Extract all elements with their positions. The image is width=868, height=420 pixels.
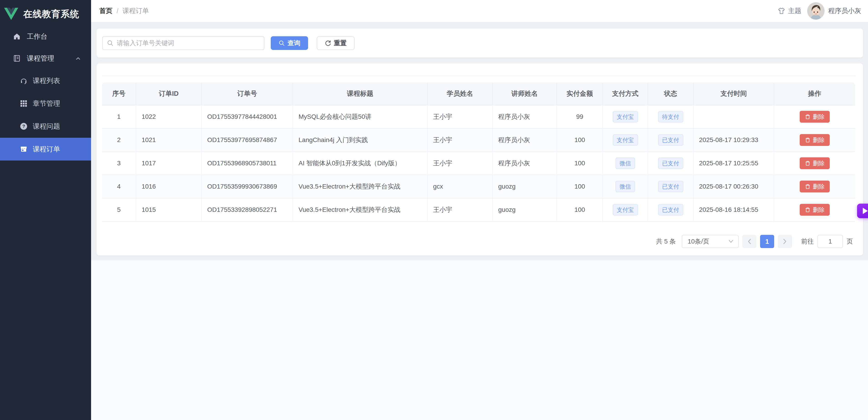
breadcrumb-home-link[interactable]: 首页 xyxy=(99,6,113,16)
svg-text:?: ? xyxy=(22,124,25,129)
sidebar: 在线教育系统 工作台 课程管理 xyxy=(0,0,91,420)
next-page-button[interactable] xyxy=(778,235,792,248)
cell-student: 王小宇 xyxy=(428,105,493,129)
query-button[interactable]: 查询 xyxy=(271,36,308,50)
content-area: 查询 重置 xyxy=(91,22,868,260)
sidebar-item-label: 章节管理 xyxy=(33,99,60,108)
cell-order-id: 1016 xyxy=(136,175,202,198)
search-input[interactable] xyxy=(117,39,260,47)
app-title: 在线教育系统 xyxy=(23,8,79,20)
delete-button[interactable]: 删除 xyxy=(800,157,830,169)
order-search-field xyxy=(102,36,265,50)
cell-amount: 100 xyxy=(557,175,603,198)
cell-order-id: 1022 xyxy=(136,105,202,129)
cell-student: 王小宇 xyxy=(428,198,493,222)
breadcrumb: 首页 / 课程订单 xyxy=(99,6,149,16)
vue-logo-icon xyxy=(4,8,18,20)
sidebar-item-course-questions[interactable]: ? 课程问题 xyxy=(0,115,91,138)
cell-pay-time: 2025-08-17 10:25:55 xyxy=(693,152,774,175)
cell-amount: 100 xyxy=(557,198,603,222)
cell-status: 已支付 xyxy=(648,198,693,222)
pay-method-tag: 支付宝 xyxy=(613,204,638,216)
sidebar-item-course-list[interactable]: 课程列表 xyxy=(0,69,91,92)
delete-button[interactable]: 删除 xyxy=(800,204,830,216)
sidebar-item-chapter-management[interactable]: 章节管理 xyxy=(0,92,91,115)
chevron-down-icon xyxy=(728,240,734,243)
trash-icon xyxy=(805,160,811,166)
cell-index: 2 xyxy=(102,129,136,152)
cell-student: gcx xyxy=(428,175,493,198)
tshirt-theme-icon xyxy=(778,7,785,15)
cell-student: 王小宇 xyxy=(428,129,493,152)
cell-status: 已支付 xyxy=(648,175,693,198)
col-header-order-no: 订单号 xyxy=(202,83,293,105)
app-logo-row: 在线教育系统 xyxy=(0,0,91,22)
delete-button-label: 删除 xyxy=(813,206,825,214)
chevron-left-icon xyxy=(748,239,751,245)
sidebar-item-label: 课程订单 xyxy=(33,145,60,154)
cell-amount: 100 xyxy=(557,129,603,152)
topbar-right: 主题 程序员小灰 xyxy=(778,2,861,20)
delete-button[interactable]: 删除 xyxy=(800,180,830,192)
cell-order-id: 1021 xyxy=(136,129,202,152)
col-header-status: 状态 xyxy=(648,83,693,105)
theme-label: 主题 xyxy=(788,6,801,16)
table-row: 4 1016 OD17553599930673869 Vue3.5+Electr… xyxy=(102,175,855,198)
floating-play-button[interactable] xyxy=(857,204,868,218)
col-header-order-id: 订单ID xyxy=(136,83,202,105)
user-avatar[interactable] xyxy=(807,2,825,20)
topbar: 首页 / 课程订单 主题 xyxy=(91,0,868,22)
reset-button-label: 重置 xyxy=(334,39,347,48)
page-unit-label: 页 xyxy=(846,237,853,246)
table-row: 1 1022 OD17553977844428001 MySQL必会核心问题50… xyxy=(102,105,855,129)
reset-button[interactable]: 重置 xyxy=(317,36,354,50)
goto-label: 前往 xyxy=(801,237,814,246)
theme-button[interactable]: 主题 xyxy=(778,6,801,16)
trash-icon xyxy=(805,207,811,213)
delete-button[interactable]: 删除 xyxy=(800,111,830,123)
sidebar-item-course-orders[interactable]: 课程订单 xyxy=(0,138,91,161)
cell-amount: 100 xyxy=(557,152,603,175)
page-size-select[interactable]: 10条/页 xyxy=(682,235,739,248)
pay-method-tag: 微信 xyxy=(616,158,635,169)
col-header-actions: 操作 xyxy=(774,83,855,105)
cell-course-title: Vue3.5+Electron+大模型跨平台实战 xyxy=(293,198,428,222)
home-icon xyxy=(13,32,21,40)
cell-order-id: 1015 xyxy=(136,198,202,222)
goto-page-input[interactable] xyxy=(817,235,843,248)
pagination-total: 共 5 条 xyxy=(656,237,676,246)
breadcrumb-current: 课程订单 xyxy=(123,6,149,16)
cell-pay-method: 支付宝 xyxy=(603,129,648,152)
search-card: 查询 重置 xyxy=(97,28,863,57)
cell-order-no: OD17553968905738011 xyxy=(202,152,293,175)
page-number-1[interactable]: 1 xyxy=(760,235,774,248)
delete-button-label: 删除 xyxy=(813,159,825,167)
cell-actions: 删除 xyxy=(774,175,855,198)
table-row: 5 1015 OD17553392898052271 Vue3.5+Electr… xyxy=(102,198,855,222)
username: 程序员小灰 xyxy=(828,6,861,16)
cell-pay-time: 2025-08-16 18:14:55 xyxy=(693,198,774,222)
caret-up-icon xyxy=(75,56,81,61)
prev-page-button[interactable] xyxy=(742,235,756,248)
chevron-right-icon xyxy=(783,239,787,245)
cell-index: 5 xyxy=(102,198,136,222)
delete-button[interactable]: 删除 xyxy=(800,134,830,146)
sidebar-item-label: 课程问题 xyxy=(33,122,60,131)
sidebar-item-course-management[interactable]: 课程管理 xyxy=(0,48,91,69)
cell-pay-time: 2025-08-17 10:29:33 xyxy=(693,129,774,152)
cell-order-no: OD17553977844428001 xyxy=(202,105,293,129)
cell-actions: 删除 xyxy=(774,129,855,152)
table-row: 3 1017 OD17553968905738011 AI 智能体从0到1开发实… xyxy=(102,152,855,175)
trash-icon xyxy=(805,137,811,143)
col-header-course-title: 课程标题 xyxy=(293,83,428,105)
cell-pay-method: 支付宝 xyxy=(603,105,648,129)
orders-card: 序号 订单ID 订单号 课程标题 学员姓名 讲师姓名 实付金额 支付方式 状态 … xyxy=(97,63,863,255)
sidebar-item-workbench[interactable]: 工作台 xyxy=(0,26,91,48)
sidebar-menu: 工作台 课程管理 课程列表 xyxy=(0,26,91,161)
book-icon xyxy=(13,54,21,62)
col-header-pay-time: 支付时间 xyxy=(693,83,774,105)
cell-actions: 删除 xyxy=(774,105,855,129)
cell-student: 王小宇 xyxy=(428,152,493,175)
orders-table: 序号 订单ID 订单号 课程标题 学员姓名 讲师姓名 实付金额 支付方式 状态 … xyxy=(102,83,855,222)
cell-pay-time xyxy=(693,105,774,129)
